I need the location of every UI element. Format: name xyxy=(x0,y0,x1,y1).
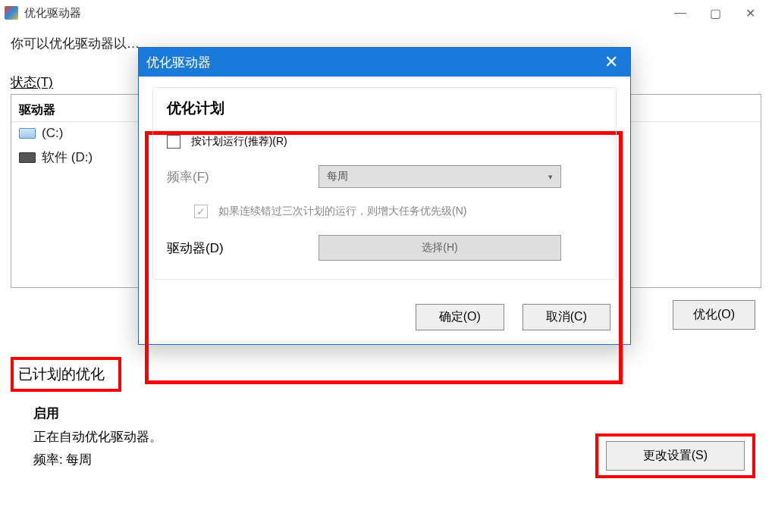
scheduled-enabled: 启用 xyxy=(33,402,761,426)
dialog-close-button[interactable]: ✕ xyxy=(600,52,623,72)
choose-drives-button[interactable]: 选择(H) xyxy=(319,235,561,261)
schedule-dialog: 优化驱动器 ✕ 优化计划 按计划运行(推荐)(R) 频率(F) 每周 ▾ 如果连… xyxy=(138,47,631,345)
scheduled-heading: 已计划的优化 xyxy=(18,366,105,382)
drive-icon xyxy=(19,128,36,139)
section-heading: 优化计划 xyxy=(167,99,602,118)
minimize-button[interactable]: — xyxy=(663,1,698,25)
drives-label: 驱动器(D) xyxy=(167,239,319,257)
window-titlebar: 优化驱动器 — ▢ ✕ xyxy=(0,0,772,26)
app-icon xyxy=(5,6,18,20)
drive-label: (C:) xyxy=(42,126,63,141)
run-on-schedule-checkbox[interactable] xyxy=(167,135,180,149)
change-settings-button[interactable]: 更改设置(S) xyxy=(606,441,745,471)
change-settings-highlight: 更改设置(S) xyxy=(595,433,755,478)
boost-priority-label: 如果连续错过三次计划的运行，则增大任务优先级(N) xyxy=(218,205,466,218)
close-window-button[interactable]: ✕ xyxy=(733,1,767,25)
frequency-value: 每周 xyxy=(327,170,348,183)
ok-button[interactable]: 确定(O) xyxy=(416,304,504,330)
frequency-label: 频率(F) xyxy=(167,168,319,186)
dialog-titlebar: 优化驱动器 ✕ xyxy=(139,48,630,77)
optimize-button[interactable]: 优化(O) xyxy=(673,300,755,330)
scheduled-heading-box: 已计划的优化 xyxy=(11,357,121,392)
schedule-section: 优化计划 按计划运行(推荐)(R) 频率(F) 每周 ▾ 如果连续错过三次计划的… xyxy=(152,87,617,280)
dialog-title: 优化驱动器 xyxy=(146,54,211,71)
maximize-button[interactable]: ▢ xyxy=(698,1,733,25)
boost-priority-checkbox[interactable] xyxy=(194,205,208,218)
drive-label: 软件 (D:) xyxy=(42,149,93,166)
drive-icon xyxy=(19,152,36,163)
frequency-select[interactable]: 每周 ▾ xyxy=(319,165,561,188)
window-title: 优化驱动器 xyxy=(24,6,81,20)
cancel-button[interactable]: 取消(C) xyxy=(523,304,610,330)
chevron-down-icon: ▾ xyxy=(548,172,553,182)
run-on-schedule-label: 按计划运行(推荐)(R) xyxy=(191,135,287,149)
